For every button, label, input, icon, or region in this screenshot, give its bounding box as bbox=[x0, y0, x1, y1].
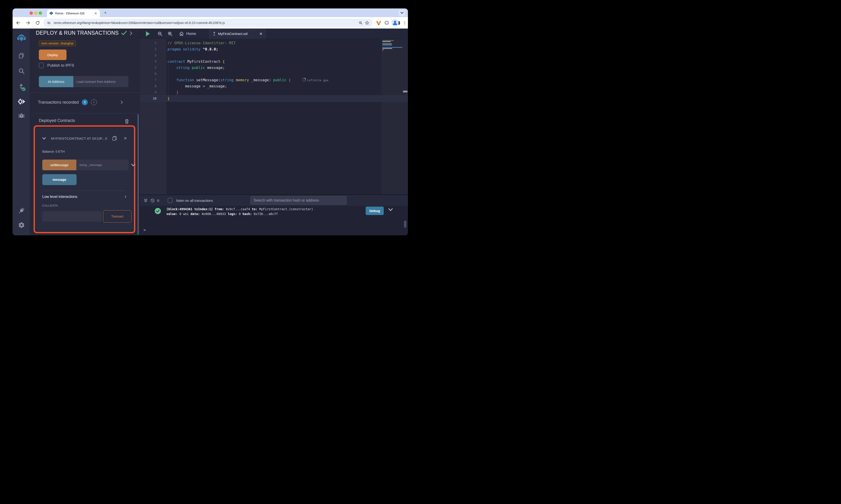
terminal-prompt[interactable]: > bbox=[143, 228, 146, 232]
code-editor[interactable]: 1// SPDX-License-Identifier: MIT2pragma … bbox=[140, 39, 408, 195]
transactions-expand-chevron-icon[interactable] bbox=[121, 101, 123, 104]
site-settings-icon[interactable] bbox=[46, 20, 52, 26]
browser-toolbar: remix.ethereum.org/#lang=en&optimize=fal… bbox=[13, 17, 408, 29]
calldata-input[interactable] bbox=[42, 211, 102, 222]
indent-guide bbox=[168, 65, 169, 95]
tx-log-text[interactable]: [block:4994361 txIndex:1] from: 0x9cf...… bbox=[166, 207, 315, 216]
expand-terminal-icon[interactable] bbox=[142, 199, 149, 202]
compiled-check-icon bbox=[121, 31, 127, 35]
section-divider bbox=[30, 113, 140, 113]
deployed-contracts-header-row: Deployed Contracts bbox=[39, 118, 130, 123]
contract-title: MYFIRSTCONTRACT AT 0X10F...5 bbox=[51, 137, 107, 140]
highlight-red-box: MYFIRSTCONTRACT AT 0X10F...5 × Balance: … bbox=[34, 125, 135, 233]
home-icon bbox=[179, 31, 184, 36]
reload-button[interactable] bbox=[34, 19, 41, 27]
code-line[interactable]: 10} bbox=[140, 95, 408, 102]
run-script-play-icon[interactable] bbox=[144, 30, 151, 37]
code-line[interactable]: 2pragma solidity ^0.8.0; bbox=[140, 46, 408, 52]
tx-success-icon[interactable] bbox=[155, 208, 161, 214]
solidity-compiler-icon[interactable] bbox=[13, 81, 30, 93]
settings-gear-icon[interactable] bbox=[13, 219, 30, 231]
code-line[interactable]: 4contract MyFirstContract { bbox=[140, 58, 408, 65]
transactions-recorded-row[interactable]: Transactions recorded 1 i bbox=[38, 99, 134, 105]
deploy-run-panel: DEPLOY & RUN TRANSACTIONS evm version: s… bbox=[30, 29, 140, 235]
code-line[interactable]: 3 bbox=[140, 52, 408, 58]
panel-title-text: DEPLOY & RUN TRANSACTIONS bbox=[36, 30, 119, 36]
transact-button[interactable]: Transact bbox=[103, 210, 132, 222]
section-divider bbox=[30, 93, 140, 93]
remove-contract-icon[interactable]: × bbox=[124, 136, 127, 141]
file-explorer-icon[interactable] bbox=[13, 50, 30, 61]
tab-myfirstcontract[interactable]: MyFirstContract.sol × bbox=[209, 29, 265, 39]
code-line[interactable]: 8 message = _message; bbox=[140, 83, 408, 89]
collapse-chevron-icon[interactable] bbox=[42, 137, 46, 140]
url-text[interactable]: remix.ethereum.org/#lang=en&optimize=fal… bbox=[54, 21, 357, 25]
evm-version-badge: evm version: shanghai bbox=[39, 41, 76, 46]
message-button[interactable]: message bbox=[42, 174, 76, 185]
transactions-count-badge: 1 bbox=[82, 99, 88, 105]
publish-ipfs-label: Publish to IPFS bbox=[47, 63, 74, 68]
low-level-title: Low level interactions bbox=[42, 195, 77, 199]
debug-button[interactable]: Debug bbox=[366, 206, 384, 215]
contract-header-row[interactable]: MYFIRSTCONTRACT AT 0X10F...5 × bbox=[42, 136, 127, 141]
deploy-button[interactable]: Deploy bbox=[39, 50, 67, 60]
zoom-page-icon[interactable] bbox=[357, 20, 364, 26]
back-button[interactable] bbox=[14, 19, 22, 27]
tab-home[interactable]: Home bbox=[176, 29, 199, 39]
expand-function-chevron-icon[interactable] bbox=[131, 164, 135, 166]
new-tab-button[interactable]: + bbox=[102, 10, 108, 16]
clear-console-icon[interactable] bbox=[149, 198, 156, 203]
forward-button[interactable] bbox=[24, 19, 32, 27]
deploy-and-run-icon[interactable] bbox=[13, 96, 30, 108]
close-window-button[interactable] bbox=[30, 12, 33, 15]
low-level-info-icon[interactable]: i bbox=[125, 195, 126, 199]
tab-close-icon[interactable]: × bbox=[260, 31, 262, 36]
calldata-row: Transact bbox=[42, 210, 132, 222]
browser-menu-icon[interactable] bbox=[401, 19, 408, 27]
address-bar[interactable]: remix.ethereum.org/#lang=en&optimize=fal… bbox=[43, 19, 373, 27]
panel-expand-chevron-icon[interactable] bbox=[130, 31, 132, 35]
info-icon[interactable]: i bbox=[91, 99, 97, 105]
zoom-in-icon[interactable] bbox=[167, 30, 173, 37]
minimize-window-button[interactable] bbox=[34, 12, 37, 15]
debugger-icon[interactable] bbox=[13, 110, 30, 122]
code-line[interactable]: 1// SPDX-License-Identifier: MIT bbox=[140, 40, 408, 46]
terminal-search-input[interactable] bbox=[250, 196, 347, 205]
tab-close-icon[interactable]: ✕ bbox=[94, 12, 98, 16]
bookmark-star-icon[interactable] bbox=[364, 20, 370, 26]
code-line[interactable]: 7 function setMessage(string memory _mes… bbox=[140, 77, 408, 83]
deployed-contracts-header: Deployed Contracts bbox=[39, 118, 75, 123]
set-message-button[interactable]: setMessage bbox=[42, 160, 76, 170]
zoom-window-button[interactable] bbox=[39, 12, 42, 15]
zoom-out-icon[interactable] bbox=[157, 30, 164, 37]
side-panel-scrollbar[interactable] bbox=[138, 114, 139, 235]
code-line[interactable]: 9 } bbox=[140, 89, 408, 95]
set-message-input[interactable] bbox=[76, 160, 128, 170]
code-line[interactable]: 6 bbox=[140, 71, 408, 77]
tab-title: Remix - Ethereum IDE bbox=[55, 12, 94, 15]
listen-transactions-checkbox[interactable] bbox=[168, 198, 172, 203]
remix-logo-icon[interactable] bbox=[13, 32, 30, 44]
browser-tab[interactable]: Remix - Ethereum IDE ✕ bbox=[47, 10, 100, 17]
terminal-scrollbar-thumb[interactable] bbox=[404, 220, 406, 228]
trash-icon[interactable] bbox=[124, 119, 129, 124]
tab-search-button[interactable] bbox=[398, 10, 405, 16]
listen-transactions-label: listen on all transactions bbox=[176, 199, 213, 202]
deployed-contract-card: MYFIRSTCONTRACT AT 0X10F...5 × Balance: … bbox=[36, 128, 133, 231]
calldata-label: CALLDATA bbox=[42, 204, 58, 207]
terminal-log: [block:4994361 txIndex:1] from: 0x9cf...… bbox=[140, 206, 408, 235]
code-line[interactable]: 5 string public message; bbox=[140, 65, 408, 71]
copy-address-icon[interactable] bbox=[112, 136, 117, 141]
at-address-button[interactable]: At Address bbox=[39, 76, 73, 87]
remix-app: DEPLOY & RUN TRANSACTIONS evm version: s… bbox=[13, 29, 408, 235]
minimap[interactable] bbox=[382, 40, 403, 52]
log-expand-chevron-icon[interactable] bbox=[388, 208, 393, 211]
editor-scrollbar-thumb[interactable] bbox=[403, 91, 408, 92]
publish-ipfs-checkbox[interactable] bbox=[39, 62, 44, 68]
profile-avatar[interactable] bbox=[392, 19, 398, 26]
plugin-manager-icon[interactable] bbox=[13, 205, 30, 217]
metamask-extension-icon[interactable] bbox=[375, 19, 382, 27]
at-address-input[interactable] bbox=[73, 76, 128, 87]
terminal: 0 listen on all transactions [block:4994… bbox=[140, 195, 408, 235]
search-icon[interactable] bbox=[13, 65, 30, 77]
